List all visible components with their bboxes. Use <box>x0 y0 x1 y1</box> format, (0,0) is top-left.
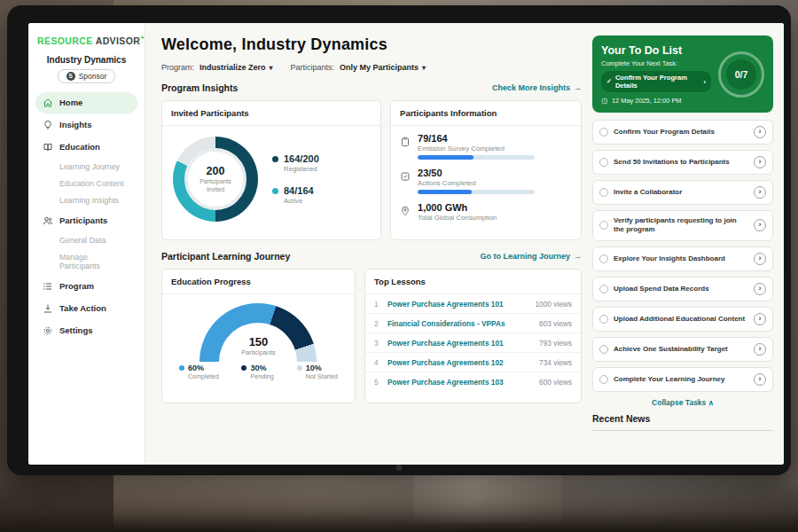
sidebar-item-insights[interactable]: Insights <box>35 114 137 136</box>
participants-filter-select[interactable]: Only My Participants ▾ <box>340 63 426 72</box>
task-checkbox[interactable] <box>599 254 608 263</box>
todo-column: Your To Do List Complete Your Next Task:… <box>592 35 773 465</box>
lesson-views: 803 views <box>539 319 572 328</box>
card-title: Participants Information <box>391 101 581 126</box>
legend-value: 84/164 <box>284 185 314 196</box>
sponsor-badge[interactable]: S Sponsor <box>58 69 116 83</box>
program-filter-label: Program: <box>161 63 194 72</box>
chevron-right-icon[interactable]: › <box>754 283 766 295</box>
task-checkbox[interactable] <box>599 315 608 324</box>
sidebar-item-general-data[interactable]: General Data <box>35 232 137 249</box>
clock-icon <box>601 98 608 105</box>
legend-item-not-started: 10% Not Started <box>297 364 338 380</box>
task-checkbox[interactable] <box>599 221 608 230</box>
main-content: Welcome, Industry Dynamics Program: Indu… <box>145 23 784 465</box>
task-checkbox[interactable] <box>599 128 608 137</box>
lesson-views: 600 views <box>539 378 572 387</box>
chevron-right-icon[interactable]: › <box>754 373 766 386</box>
task-checkbox[interactable] <box>599 345 608 354</box>
lesson-link[interactable]: Power Purchase Agreements 102 <box>387 358 533 367</box>
legend-value: 10% <box>306 364 338 372</box>
chevron-right-icon[interactable]: › <box>754 156 766 168</box>
sidebar-item-label: Insights <box>59 120 91 129</box>
participants-information-card: Participants Information 79/164 Emission… <box>390 100 582 240</box>
lesson-row: 2 Financial Considerations - VPPAs 803 v… <box>365 314 581 333</box>
invited-participants-card: Invited Participants 200 Participants In… <box>161 100 381 240</box>
sidebar-item-participants[interactable]: Participants <box>35 210 137 231</box>
task-checkbox[interactable] <box>599 188 608 197</box>
chevron-right-icon[interactable]: › <box>754 253 766 265</box>
sidebar-item-program[interactable]: Program <box>35 276 137 297</box>
task-checkbox[interactable] <box>599 158 608 167</box>
check-more-insights-link[interactable]: Check More Insights → <box>492 83 582 92</box>
sidebar: RESOURCE ADVISOR+ Industry Dynamics S Sp… <box>28 23 145 465</box>
chevron-down-icon: ▾ <box>270 64 273 72</box>
chevron-right-icon[interactable]: › <box>754 313 766 325</box>
lesson-link[interactable]: Power Purchase Agreements 103 <box>387 378 533 387</box>
legend-item-registered: 164/200 Registered <box>272 153 319 173</box>
todo-task[interactable]: Complete Your Learning Journey › <box>592 367 773 392</box>
todo-progress-ring: 0/7 <box>718 51 764 98</box>
sidebar-item-education[interactable]: Education <box>35 137 137 158</box>
arrow-right-icon: → <box>574 252 582 261</box>
lesson-rank: 5 <box>374 378 381 387</box>
todo-task[interactable]: Upload Spend Data Records › <box>592 277 773 301</box>
card-title: Top Lessons <box>365 270 581 294</box>
chevron-up-icon: ∧ <box>708 398 714 407</box>
chevron-right-icon[interactable]: › <box>754 126 766 138</box>
task-checkbox[interactable] <box>599 375 608 384</box>
todo-progress-value: 0/7 <box>726 59 756 90</box>
todo-title: Your To Do List <box>601 44 711 57</box>
lesson-link[interactable]: Financial Considerations - VPPAs <box>387 319 533 328</box>
program-filter: Program: Industrialize Zero ▾ <box>161 63 273 72</box>
task-checkbox[interactable] <box>599 285 608 293</box>
legend-value: 60% <box>188 364 219 372</box>
todo-task[interactable]: Achieve One Sustainability Target › <box>592 337 773 362</box>
participants-filter: Participants: Only My Participants ▾ <box>291 63 426 72</box>
todo-task[interactable]: Send 50 Invitations to Participants › <box>592 150 773 175</box>
next-task-pill[interactable]: ✓ Confirm Your Program Details › <box>601 71 711 92</box>
sidebar-item-education-content[interactable]: Education Content <box>35 176 137 192</box>
stat-value: 79/164 <box>418 133 535 144</box>
sidebar-item-label: Settings <box>59 325 92 335</box>
sidebar-item-learning-insights[interactable]: Learning Insights <box>35 192 137 209</box>
todo-summary-card: Your To Do List Complete Your Next Task:… <box>592 35 773 113</box>
chevron-right-icon[interactable]: › <box>754 186 766 199</box>
sidebar-item-learning-journey[interactable]: Learning Journey <box>35 159 137 176</box>
sidebar-item-settings[interactable]: Settings <box>35 320 137 341</box>
chevron-right-icon[interactable]: › <box>754 343 766 356</box>
todo-task[interactable]: Invite a Collaborator › <box>592 180 773 205</box>
filters-row: Program: Industrialize Zero ▾ Participan… <box>161 63 582 72</box>
legend-value: 30% <box>250 364 273 372</box>
todo-task[interactable]: Confirm Your Program Details › <box>592 120 773 145</box>
center-column: Welcome, Industry Dynamics Program: Indu… <box>161 35 582 465</box>
sponsor-label: Sponsor <box>79 72 107 81</box>
legend-item-completed: 60% Completed <box>179 364 219 380</box>
lesson-row: 1 Power Purchase Agreements 101 1000 vie… <box>365 294 581 314</box>
sidebar-item-take-action[interactable]: Take Action <box>35 298 137 319</box>
todo-task[interactable]: Explore Your Insights Dashboard › <box>592 246 773 271</box>
collapse-tasks-link[interactable]: Collapse Tasks ∧ <box>592 392 773 413</box>
top-lessons-card: Top Lessons 1 Power Purchase Agreements … <box>364 269 582 403</box>
sidebar-item-label: Take Action <box>59 303 106 313</box>
progress-bar <box>418 190 535 194</box>
dashboard-screen: RESOURCE ADVISOR+ Industry Dynamics S Sp… <box>28 23 784 465</box>
download-icon <box>43 303 53 314</box>
chevron-right-icon[interactable]: › <box>754 219 766 231</box>
sidebar-item-home[interactable]: Home <box>35 92 137 113</box>
gauge-center: 150 Participants <box>162 335 355 356</box>
invited-donut-chart: 200 Participants Invited <box>173 137 258 222</box>
legend-label: Pending <box>250 372 273 380</box>
sidebar-item-manage-participants[interactable]: Manage Participants <box>35 249 137 275</box>
todo-task-list: Confirm Your Program Details › Send 50 I… <box>592 120 773 392</box>
chevron-right-icon: › <box>703 78 706 86</box>
lesson-link[interactable]: Power Purchase Agreements 101 <box>387 300 529 309</box>
lesson-link[interactable]: Power Purchase Agreements 101 <box>387 339 533 348</box>
go-to-learning-journey-link[interactable]: Go to Learning Journey → <box>480 252 582 261</box>
todo-task[interactable]: Verify participants requesting to join t… <box>592 210 773 241</box>
legend-dot <box>272 188 278 194</box>
todo-task[interactable]: Upload Additional Educational Content › <box>592 307 773 332</box>
next-task-due: 12 May 2025, 12:00 PM <box>601 97 711 105</box>
program-filter-select[interactable]: Industrialize Zero ▾ <box>200 63 273 72</box>
program-insights-header: Program Insights Check More Insights → <box>161 82 582 93</box>
